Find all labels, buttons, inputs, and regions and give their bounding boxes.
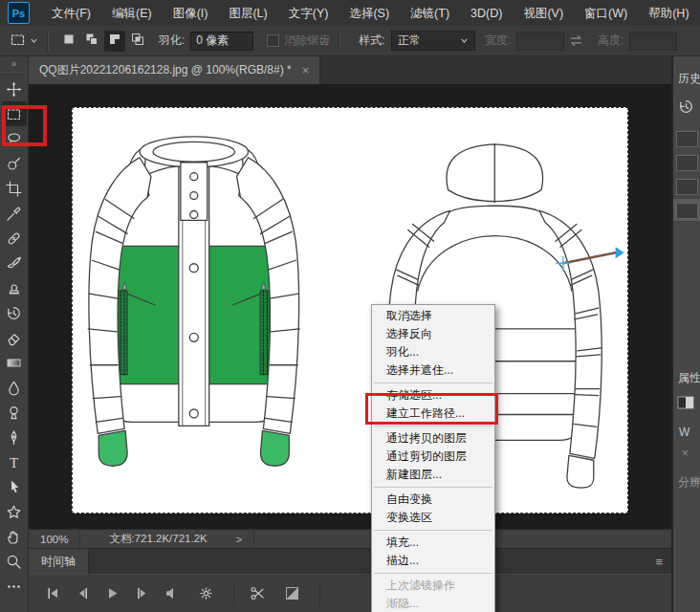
context-menu-item: 渐隐... (372, 595, 494, 612)
menubar-item[interactable]: 文件(F) (41, 1, 101, 26)
close-tab-icon[interactable]: × (302, 64, 310, 76)
zoom-level-field[interactable]: 100% (29, 530, 80, 548)
history-state-thumbnail[interactable] (676, 155, 698, 171)
crop-tool[interactable] (2, 176, 27, 201)
height-input (629, 32, 677, 51)
hand-tool[interactable] (2, 524, 27, 549)
marquee-preset-icon (10, 32, 26, 51)
context-menu-item[interactable]: 自由变换 (372, 491, 494, 509)
menubar-item[interactable]: 视图(V) (513, 1, 574, 26)
document-info[interactable]: 文档:721.2K/721.2K > (80, 530, 254, 548)
clone-stamp-tool[interactable] (2, 275, 27, 300)
history-state-thumbnail[interactable] (676, 179, 698, 195)
timeline-settings-button[interactable] (186, 581, 234, 606)
timeline-tab-row: 时间轴 ≡ (29, 549, 671, 575)
edit-toolbar-button[interactable] (2, 574, 27, 599)
context-menu-item[interactable]: 变换选区 (372, 509, 494, 527)
menubar-item[interactable]: 编辑(E) (101, 1, 163, 26)
blur-tool[interactable] (2, 375, 27, 400)
photoshop-logo: Ps (8, 2, 30, 24)
zoom-tool[interactable] (2, 549, 27, 574)
menubar-item[interactable]: 窗口(W) (574, 1, 638, 26)
context-menu-item[interactable]: 通过拷贝的图层 (372, 429, 494, 448)
separator (339, 31, 340, 52)
split-clip-button[interactable] (243, 581, 273, 606)
next-frame-button[interactable] (127, 581, 157, 606)
history-panel-tab[interactable]: 历史 (678, 71, 700, 87)
subtract-selection-icon (108, 33, 121, 49)
dodge-tool[interactable] (2, 400, 27, 425)
context-menu-item[interactable]: 取消选择 (372, 307, 494, 325)
new-selection-mode-button[interactable] (58, 31, 79, 52)
eraser-tool[interactable] (2, 325, 27, 350)
width-label: 宽度: (485, 33, 511, 49)
collapse-toolbar-button[interactable]: » (0, 56, 28, 73)
context-menu-item[interactable]: 描边... (372, 552, 494, 570)
annotation-red-box-make-work-path (365, 393, 498, 425)
chevron-down-icon (460, 34, 469, 48)
tool-preset-button[interactable] (10, 32, 38, 51)
timeline-controls (29, 575, 671, 612)
history-state-thumbnail[interactable] (676, 131, 698, 147)
feather-label: 羽化: (159, 33, 185, 49)
width-input (516, 32, 564, 51)
pen-tool[interactable] (2, 425, 27, 449)
panel-menu-icon[interactable]: ≡ (655, 555, 663, 569)
style-label: 样式: (359, 33, 384, 49)
canvas-workspace (29, 84, 671, 529)
add-to-selection-mode-button[interactable] (81, 31, 102, 52)
play-button[interactable] (98, 581, 127, 606)
context-menu-item: 上次滤镜操作 (372, 577, 494, 595)
spot-healing-brush-tool[interactable] (2, 226, 27, 251)
subtract-from-selection-mode-button[interactable] (104, 31, 125, 52)
previous-frame-button[interactable] (68, 581, 98, 606)
intersect-selection-icon (131, 33, 144, 49)
quick-selection-tool[interactable] (2, 151, 27, 176)
timeline-tab[interactable]: 时间轴 (29, 549, 89, 574)
separator (47, 31, 49, 52)
eyedropper-tool[interactable] (2, 201, 27, 226)
gradient-tool[interactable] (2, 350, 27, 375)
style-select[interactable]: 正常 (391, 31, 475, 51)
first-frame-button[interactable] (38, 581, 68, 606)
audio-toggle-button[interactable] (157, 581, 186, 606)
properties-mask-icon (677, 396, 694, 412)
transition-button[interactable] (273, 581, 320, 606)
right-panel-dock: 历史 属性 W × 分辨率 (671, 56, 700, 612)
status-chevron-icon[interactable]: > (236, 534, 242, 545)
brush-tool[interactable] (2, 251, 27, 275)
menubar-item[interactable]: 选择(S) (339, 1, 400, 26)
document-tab-bar: QQ图片20221206162128.jpg @ 100%(RGB/8#) * … (29, 56, 671, 84)
context-menu-item[interactable]: 羽化... (372, 343, 494, 361)
feather-input[interactable] (190, 32, 253, 51)
selection-context-menu: 取消选择 选择反向 羽化... 选择并遮住... 存储选区... 建立工作路径.… (371, 304, 495, 612)
menubar-item[interactable]: 图层(L) (218, 1, 277, 26)
menubar-item[interactable]: 文字(Y) (278, 1, 339, 26)
timeline-panel: 时间轴 ≡ (29, 548, 671, 612)
history-brush-tool[interactable] (2, 300, 27, 325)
new-selection-icon (62, 33, 76, 49)
antialias-label: 消除锯齿 (284, 33, 330, 49)
type-tool[interactable]: T (2, 449, 27, 474)
menubar-item[interactable]: 滤镜(T) (400, 1, 460, 26)
history-state-thumbnail[interactable] (676, 203, 698, 219)
document-tab[interactable]: QQ图片20221206162128.jpg @ 100%(RGB/8#) * … (29, 56, 320, 84)
antialias-checkbox: 消除锯齿 (267, 33, 330, 49)
context-menu-item[interactable]: 通过剪切的图层 (372, 448, 494, 466)
move-tool[interactable] (2, 76, 27, 101)
properties-link-label: × (682, 447, 689, 460)
intersect-selection-mode-button[interactable] (127, 31, 148, 52)
tool-options-bar: 羽化: 消除锯齿 样式: 正常 宽度: 高度: (0, 26, 700, 56)
context-menu-item[interactable]: 选择反向 (372, 325, 494, 343)
custom-shape-tool[interactable] (2, 499, 27, 524)
menubar-item[interactable]: 3D(D) (460, 1, 513, 26)
properties-panel-tab[interactable]: 属性 (678, 370, 700, 386)
context-menu-item[interactable]: 填充... (372, 534, 494, 552)
context-menu-item[interactable]: 新建图层... (372, 466, 494, 484)
document-canvas[interactable] (72, 107, 628, 514)
path-selection-tool[interactable] (2, 474, 27, 499)
menubar-item[interactable]: 帮助(H) (638, 1, 699, 26)
context-menu-item[interactable]: 选择并遮住... (372, 361, 494, 380)
annotation-red-box-marquee-tool (2, 105, 47, 146)
menubar-item[interactable]: 图像(I) (163, 1, 219, 26)
